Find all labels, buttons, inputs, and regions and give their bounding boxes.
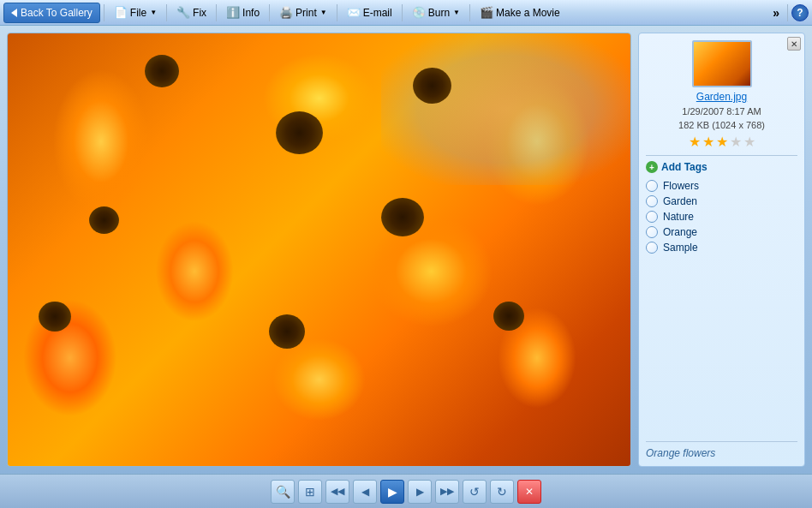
tag-flowers[interactable]: Flowers: [646, 178, 797, 194]
back-arrow-icon: [11, 9, 17, 17]
right-panel: ✕ Garden.jpg 1/29/2007 8:17 AM 182 KB (1…: [638, 33, 805, 467]
burn-dropdown-arrow: ▼: [453, 9, 460, 16]
separator-5: [337, 4, 337, 21]
photo-thumbnail[interactable]: [692, 40, 752, 87]
first-button[interactable]: ◀◀: [325, 480, 349, 504]
star-5[interactable]: ★: [743, 134, 755, 150]
tag-icon-flowers: [646, 180, 658, 192]
back-label: Back To Gallery: [21, 7, 93, 19]
file-icon: 📄: [114, 6, 128, 19]
separator-6: [402, 4, 403, 21]
photo-image: [8, 33, 630, 466]
print-label: Print: [296, 7, 317, 19]
back-to-gallery-button[interactable]: Back To Gallery: [3, 3, 100, 23]
rating-stars[interactable]: ★ ★ ★ ★ ★: [689, 134, 755, 150]
tag-orange[interactable]: Orange: [646, 224, 797, 240]
tag-icon-nature: [646, 211, 658, 223]
tag-icon-garden: [646, 195, 658, 207]
tag-nature[interactable]: Nature: [646, 209, 797, 224]
thumbnail-inner: [694, 42, 750, 86]
star-2[interactable]: ★: [702, 134, 714, 150]
movie-icon: 🎬: [480, 6, 493, 19]
fix-icon: 🔧: [176, 6, 190, 19]
photo-viewer-inner: [8, 33, 630, 466]
tag-sample[interactable]: Sample: [646, 240, 797, 255]
add-tags-label: Add Tags: [661, 161, 708, 173]
file-name[interactable]: Garden.jpg: [696, 91, 747, 103]
help-button[interactable]: ?: [791, 4, 809, 21]
photo-viewer: [7, 33, 631, 467]
burn-button[interactable]: 💿 Burn ▼: [406, 3, 466, 23]
fix-label: Fix: [193, 7, 206, 19]
thumbnail-container: Garden.jpg 1/29/2007 8:17 AM 182 KB (102…: [646, 40, 797, 150]
print-button[interactable]: 🖨️ Print ▼: [273, 3, 333, 23]
separator-7: [469, 4, 470, 21]
make-movie-label: Make a Movie: [496, 7, 560, 19]
add-tags-row[interactable]: + Add Tags: [646, 161, 797, 173]
star-4[interactable]: ★: [730, 134, 742, 150]
rotate-right-button[interactable]: ↻: [490, 480, 514, 504]
info-label: Info: [242, 7, 260, 19]
tag-label-orange: Orange: [663, 226, 697, 238]
email-button[interactable]: ✉️ E-mail: [341, 3, 398, 23]
last-button[interactable]: ▶▶: [435, 480, 459, 504]
separator-8: [787, 4, 788, 21]
close-panel-button[interactable]: ✕: [787, 37, 801, 51]
main-toolbar: Back To Gallery 📄 File ▼ 🔧 Fix ℹ️ Info 🖨…: [0, 0, 812, 26]
tag-label-sample: Sample: [663, 242, 698, 254]
flower-centers: [8, 33, 630, 466]
separator-4: [269, 4, 270, 21]
tags-section: + Add Tags Flowers Garden Nature Orange: [646, 155, 797, 255]
bottom-toolbar: 🔍 ⊞ ◀◀ ◀ ▶ ▶ ▶▶ ↺ ↻ ✕: [0, 474, 812, 508]
add-tags-icon: +: [646, 161, 658, 173]
delete-button[interactable]: ✕: [517, 480, 541, 504]
tag-label-flowers: Flowers: [663, 180, 699, 192]
file-size: 182 KB (1024 x 768): [678, 120, 765, 130]
info-button[interactable]: ℹ️ Info: [220, 3, 266, 23]
tag-icon-orange: [646, 226, 658, 238]
make-movie-button[interactable]: 🎬 Make a Movie: [474, 3, 566, 23]
zoom-button[interactable]: 🔍: [271, 480, 295, 504]
more-button[interactable]: »: [768, 3, 784, 23]
rotate-left-button[interactable]: ↺: [463, 480, 487, 504]
separator-3: [216, 4, 217, 21]
print-icon: 🖨️: [279, 6, 293, 19]
tag-label-nature: Nature: [663, 211, 694, 223]
tag-icon-sample: [646, 242, 658, 254]
next-button[interactable]: ▶: [408, 480, 432, 504]
prev-button[interactable]: ◀: [353, 480, 377, 504]
thumbnail-view-button[interactable]: ⊞: [298, 480, 322, 504]
file-date: 1/29/2007 8:17 AM: [682, 106, 761, 117]
info-icon: ℹ️: [226, 6, 240, 19]
caption-area: Orange flowers: [646, 441, 797, 459]
tag-garden[interactable]: Garden: [646, 194, 797, 209]
star-3[interactable]: ★: [716, 134, 728, 150]
file-label: File: [130, 7, 146, 19]
tag-label-garden: Garden: [663, 195, 697, 207]
email-label: E-mail: [363, 7, 392, 19]
email-icon: ✉️: [347, 6, 361, 19]
print-dropdown-arrow: ▼: [320, 9, 327, 16]
burn-icon: 💿: [412, 6, 426, 19]
file-menu-button[interactable]: 📄 File ▼: [108, 3, 163, 23]
main-content: ✕ Garden.jpg 1/29/2007 8:17 AM 182 KB (1…: [0, 26, 812, 474]
file-dropdown-arrow: ▼: [150, 9, 157, 16]
separator-1: [104, 4, 104, 21]
star-1[interactable]: ★: [689, 134, 701, 150]
burn-label: Burn: [428, 7, 450, 19]
play-button[interactable]: ▶: [380, 480, 404, 504]
fix-button[interactable]: 🔧 Fix: [170, 3, 212, 23]
separator-2: [166, 4, 167, 21]
caption-text: Orange flowers: [646, 447, 715, 459]
